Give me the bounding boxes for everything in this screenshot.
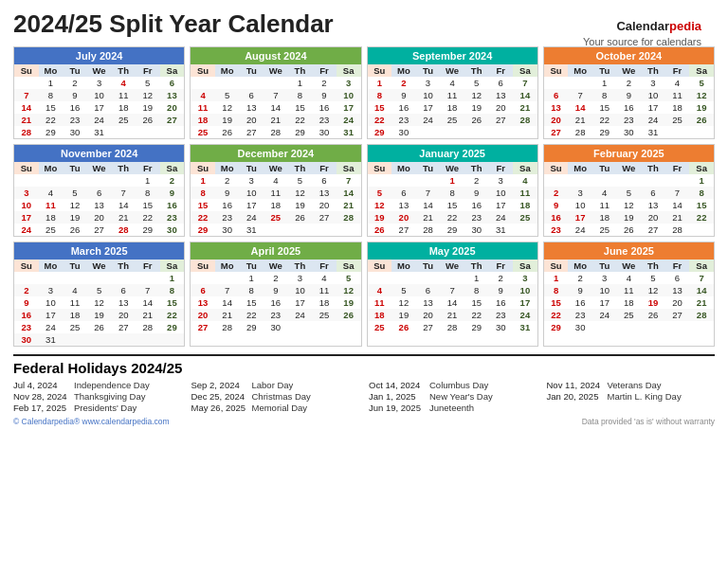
day-header: Th: [641, 64, 665, 77]
day-header: Mo: [391, 260, 416, 272]
holiday-date: Jun 19, 2025: [369, 403, 426, 413]
calendar-day: 16: [312, 101, 337, 114]
calendar-day: 8: [191, 187, 215, 199]
calendar-day: 3: [337, 77, 361, 89]
calendar-day: 17: [39, 309, 64, 321]
calendar-day: 11: [191, 101, 215, 114]
calendar-table: SuMoTuWeThFrSa12345678910111213141516171…: [368, 260, 537, 333]
calendar-day: [592, 174, 617, 187]
calendar-day: 22: [136, 211, 160, 224]
calendar-day: 26: [641, 309, 665, 321]
day-header: Mo: [568, 64, 592, 77]
day-header: Th: [464, 260, 489, 272]
calendar-day: 23: [544, 224, 569, 236]
day-header: Th: [641, 260, 665, 272]
calendar-day: 12: [215, 101, 240, 114]
calendar-block: May 2025SuMoTuWeThFrSa123456789101112131…: [367, 242, 538, 347]
calendar-day: 27: [160, 114, 185, 126]
calendar-day: 8: [440, 187, 464, 199]
calendar-header: December 2024: [191, 145, 360, 162]
calendar-day: 2: [264, 272, 288, 284]
calendar-day: 10: [87, 89, 112, 101]
day-header: Fr: [312, 260, 337, 272]
day-header: Th: [464, 162, 489, 174]
calendar-day: 2: [544, 187, 569, 199]
calendar-header: September 2024: [368, 47, 537, 64]
calendar-day: 23: [14, 321, 39, 333]
calendar-day: 11: [617, 284, 642, 296]
calendar-day: 13: [87, 199, 112, 211]
calendar-day: 8: [136, 187, 160, 199]
day-header: Tu: [416, 64, 441, 77]
calendar-day: 19: [337, 296, 361, 309]
calendar-day: 24: [488, 211, 513, 224]
calendar-day: 21: [665, 211, 690, 224]
calendar-day: 28: [665, 224, 690, 236]
calendar-day: 10: [641, 89, 665, 101]
calendar-day: 20: [239, 114, 264, 126]
calendar-day: 7: [136, 284, 160, 296]
calendar-day: [215, 272, 240, 284]
calendar-day: 9: [215, 187, 240, 199]
calendar-day: 6: [87, 187, 112, 199]
calendar-day: [416, 174, 441, 187]
holiday-name: Thanksgiving Day: [74, 391, 146, 402]
holiday-item: Sep 2, 2024Labor Day: [191, 380, 360, 390]
calendar-day: [87, 174, 112, 187]
day-header: Fr: [312, 162, 337, 174]
holiday-date: Sep 2, 2024: [191, 380, 248, 390]
day-header: We: [87, 162, 112, 174]
calendar-day: [641, 174, 665, 187]
calendar-table: SuMoTuWeThFrSa12345678910111213141516171…: [14, 162, 184, 236]
calendar-day: 13: [239, 101, 264, 114]
calendar-day: 10: [39, 296, 64, 309]
calendar-day: [136, 272, 160, 284]
calendar-day: 7: [513, 77, 537, 89]
calendar-day: 14: [416, 199, 441, 211]
calendar-day: 16: [544, 211, 569, 224]
calendar-day: 4: [665, 77, 690, 89]
calendar-day: 8: [39, 89, 64, 101]
calendar-table: SuMoTuWeThFrSa12345678910111213141516171…: [14, 64, 184, 138]
holiday-date: Jan 1, 2025: [369, 391, 426, 402]
calendar-day: 6: [239, 89, 264, 101]
footer: © Calendarpedia® www.calendarpedia.com D…: [13, 417, 715, 426]
calendar-day: 24: [239, 211, 264, 224]
calendar-day: 12: [63, 199, 87, 211]
calendar-day: 28: [689, 309, 714, 321]
calendar-day: 18: [111, 101, 136, 114]
day-header: Tu: [416, 162, 441, 174]
calendar-day: 15: [689, 199, 714, 211]
calendar-day: 6: [416, 284, 441, 296]
calendar-day: 14: [337, 187, 361, 199]
calendar-day: 13: [312, 187, 337, 199]
calendar-day: 8: [160, 284, 185, 296]
holiday-name: Labor Day: [252, 380, 294, 390]
calendar-day: [391, 174, 416, 187]
calendar-day: 11: [368, 296, 392, 309]
day-header: Sa: [689, 64, 714, 77]
calendar-day: 9: [544, 199, 569, 211]
calendar-day: 18: [63, 309, 87, 321]
calendar-day: 13: [544, 101, 569, 114]
calendar-header: May 2025: [368, 242, 537, 260]
calendar-day: [312, 321, 337, 333]
calendar-day: 7: [416, 187, 441, 199]
calendar-day: 31: [87, 126, 112, 138]
day-header: Th: [111, 64, 136, 77]
calendar-day: 5: [136, 77, 160, 89]
day-header: Sa: [513, 260, 537, 272]
calendar-day: 15: [239, 296, 264, 309]
calendar-day: 10: [239, 187, 264, 199]
calendar-day: 30: [617, 126, 642, 138]
calendar-day: 13: [641, 199, 665, 211]
day-header: Mo: [39, 64, 64, 77]
calendar-day: 9: [617, 89, 642, 101]
calendar-day: 16: [617, 101, 642, 114]
calendar-day: 19: [689, 101, 714, 114]
calendar-day: 10: [288, 284, 313, 296]
calendar-day: 16: [160, 199, 185, 211]
calendar-day: 14: [215, 296, 240, 309]
calendar-day: [337, 321, 361, 333]
calendar-day: [665, 174, 690, 187]
